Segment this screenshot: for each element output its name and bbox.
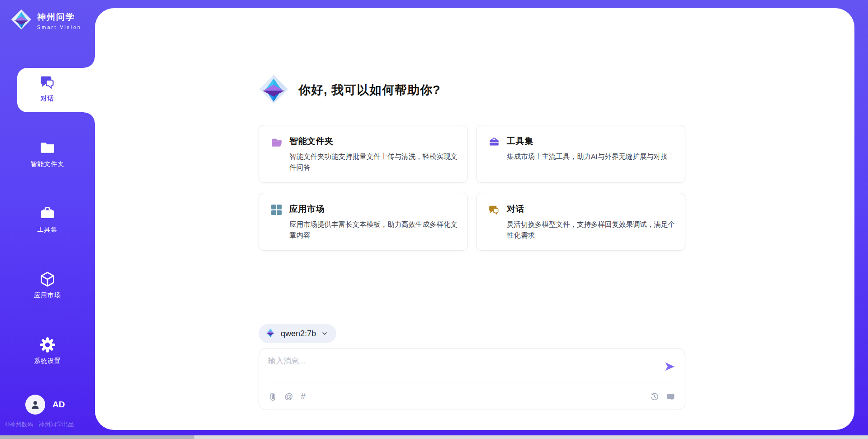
model-selector[interactable]: qwen2:7b	[259, 324, 336, 343]
sidebar-item-label: 智能文件夹	[31, 160, 65, 168]
history-icon[interactable]	[650, 392, 659, 401]
chevron-down-icon	[321, 330, 328, 337]
message-input[interactable]	[268, 356, 652, 381]
message-icon[interactable]	[666, 392, 675, 401]
card-smart-folder[interactable]: 智能文件夹 智能文件夹功能支持批量文件上传与清洗，轻松实现文件问答	[259, 125, 468, 183]
person-icon	[29, 399, 41, 410]
sidebar-item-label: 应用市场	[34, 291, 61, 300]
sidebar: 神州问学 Smart Vision 对话 智能文件夹	[0, 0, 95, 439]
card-toolset[interactable]: 工具集 集成市场上主流工具，助力AI与外界无缝扩展与对接	[476, 125, 685, 183]
message-composer: @ #	[259, 348, 685, 410]
card-description: 灵活切换多模型文件，支持多样回复效果调试，满足个性化需求	[507, 219, 679, 241]
diamond-logo-icon	[265, 327, 276, 340]
horizontal-scrollbar-thumb[interactable]	[0, 435, 194, 439]
copyright-text: ©神州数码 · 神州问学出品	[5, 420, 74, 429]
card-chat[interactable]: 对话 灵活切换多模型文件，支持多样回复效果调试，满足个性化需求	[476, 193, 685, 251]
send-icon[interactable]	[663, 360, 676, 373]
card-description: 应用市场提供丰富长文本模板，助力高效生成多样化文章内容	[289, 219, 462, 241]
user-account[interactable]: AD	[25, 395, 65, 415]
hash-icon[interactable]: #	[301, 391, 306, 401]
brand-name: 神州问学	[37, 11, 81, 23]
chat-icon	[488, 204, 500, 216]
chat-icon	[38, 73, 57, 91]
sidebar-item-toolset[interactable]: 工具集	[0, 198, 95, 264]
greeting-row: 你好, 我可以如何帮助你?	[259, 74, 441, 106]
avatar	[25, 395, 45, 415]
sidebar-item-app-market[interactable]: 应用市场	[0, 264, 95, 329]
at-icon[interactable]: @	[284, 391, 293, 401]
brand-logo: 神州问学 Smart Vision	[11, 9, 81, 32]
tab-curve-top	[84, 57, 95, 68]
user-name: AD	[52, 400, 65, 410]
toolbox-icon	[38, 205, 57, 223]
sidebar-item-label: 工具集	[38, 226, 58, 234]
sidebar-item-label: 对话	[41, 95, 54, 103]
composer-toolbar: @ #	[269, 383, 675, 410]
diamond-logo-icon	[259, 74, 288, 106]
greeting-title: 你好, 我可以如何帮助你?	[298, 82, 441, 98]
card-description: 智能文件夹功能支持批量文件上传与清洗，轻松实现文件问答	[289, 151, 462, 173]
sidebar-item-smart-folder[interactable]: 智能文件夹	[0, 133, 95, 198]
toolbox-icon	[488, 136, 500, 148]
card-description: 集成市场上主流工具，助力AI与外界无缝扩展与对接	[507, 151, 679, 162]
sidebar-item-settings[interactable]: 系统设置	[0, 329, 95, 395]
paperclip-icon[interactable]	[269, 392, 277, 401]
main-content: 你好, 我可以如何帮助你? 智能文件夹 智能文件夹功能支持批量文件上传与清洗，轻…	[95, 8, 854, 430]
card-app-market[interactable]: 应用市场 应用市场提供丰富长文本模板，助力高效生成多样化文章内容	[259, 193, 468, 251]
horizontal-scrollbar[interactable]	[0, 435, 868, 439]
grid-icon	[271, 204, 283, 216]
sidebar-item-label: 系统设置	[34, 357, 61, 365]
card-title: 工具集	[507, 135, 674, 147]
card-title: 应用市场	[289, 203, 457, 215]
open-folder-icon	[271, 136, 283, 148]
gear-icon	[38, 336, 57, 354]
feature-cards: 智能文件夹 智能文件夹功能支持批量文件上传与清洗，轻松实现文件问答 工具集 集成…	[259, 125, 685, 251]
brand-subtitle: Smart Vision	[37, 24, 81, 30]
model-name: qwen2:7b	[281, 329, 316, 339]
card-title: 智能文件夹	[289, 135, 457, 147]
cube-icon	[38, 270, 57, 288]
sidebar-nav: 对话 智能文件夹 工具集	[0, 67, 95, 395]
sidebar-item-chat[interactable]: 对话	[0, 67, 95, 133]
folder-icon	[38, 139, 57, 157]
diamond-logo-icon	[11, 9, 32, 32]
card-title: 对话	[507, 203, 674, 215]
